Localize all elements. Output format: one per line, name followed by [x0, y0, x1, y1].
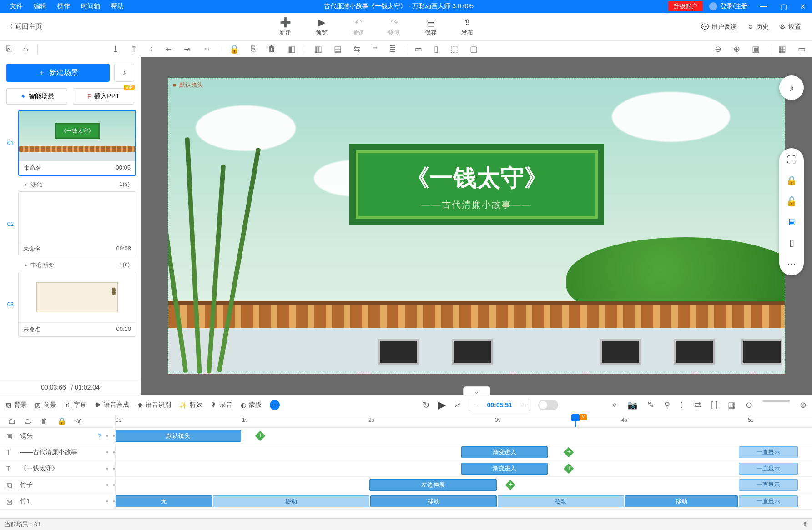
menu-file[interactable]: 文件: [5, 2, 28, 10]
track-add-icon[interactable]: •: [106, 465, 108, 472]
spacing-icon[interactable]: ⇆: [353, 44, 360, 54]
snap-switch[interactable]: [538, 400, 558, 410]
timeline-clip[interactable]: 默认镜头: [116, 430, 241, 442]
maximize-button[interactable]: ▢: [774, 2, 793, 11]
close-button[interactable]: ✕: [793, 2, 812, 11]
bring-front-icon[interactable]: ⬚: [450, 44, 458, 54]
timeline-clip[interactable]: 左边伸展: [369, 479, 497, 491]
home-icon[interactable]: ⌂: [23, 44, 28, 54]
eye-icon[interactable]: 👁: [76, 417, 83, 425]
align-left-icon[interactable]: ⇤: [165, 44, 172, 54]
track-add-icon[interactable]: •: [106, 481, 108, 489]
track-more-icon[interactable]: •: [113, 449, 115, 456]
login-button[interactable]: 登录/注册: [703, 2, 754, 10]
record-button[interactable]: 🎙 录音: [211, 401, 232, 409]
align-right-icon[interactable]: ⇥: [184, 44, 191, 54]
track-more-icon[interactable]: •: [113, 432, 115, 440]
timeline-clip[interactable]: 移动: [498, 495, 624, 507]
ruler-icon[interactable]: ▭: [798, 44, 806, 54]
help-icon[interactable]: ?: [98, 432, 101, 440]
track-lane[interactable]: 渐变进入一直显示: [116, 444, 812, 460]
lock-open-icon[interactable]: 🔓: [786, 196, 797, 207]
menu-timeline[interactable]: 时间轴: [76, 2, 106, 10]
folder-icon[interactable]: 🗀: [8, 417, 15, 425]
expand-icon[interactable]: ⤢: [454, 400, 461, 410]
feedback-button[interactable]: 💬用户反馈: [701, 23, 737, 31]
settings-button[interactable]: ⚙设置: [780, 23, 801, 31]
track-more-icon[interactable]: •: [113, 498, 115, 505]
keyframe-icon[interactable]: ⟐: [612, 400, 617, 410]
track-more-icon[interactable]: •: [113, 481, 115, 489]
equal-width-icon[interactable]: ≡: [372, 44, 377, 54]
timeline-clip[interactable]: 渐变进入: [461, 463, 548, 475]
time-plus[interactable]: +: [517, 401, 530, 408]
track-more-icon[interactable]: •: [113, 465, 115, 472]
redo-button[interactable]: ↷恢复: [376, 17, 413, 37]
keyframe-diamond[interactable]: [255, 431, 266, 441]
transition-row[interactable]: ▸淡化1(s): [3, 178, 136, 191]
stage[interactable]: ■默认镜头 《一钱太守》 ——古代清廉小故事——: [168, 78, 785, 375]
transition-row[interactable]: ▸中心渐变1(s): [3, 258, 136, 272]
zoom-in-icon[interactable]: ⊕: [800, 400, 807, 410]
new-button[interactable]: ➕新建: [267, 17, 303, 37]
time-input[interactable]: − 00:05.51 +: [469, 399, 530, 411]
track-add-icon[interactable]: •: [106, 498, 108, 505]
asr-button[interactable]: ◉ 语音识别: [137, 401, 171, 409]
group-icon[interactable]: ▭: [414, 44, 422, 54]
fg-button[interactable]: ▨ 前景: [35, 401, 56, 409]
distribute-h-icon[interactable]: ▥: [314, 44, 322, 54]
lock-icon[interactable]: 🔒: [57, 417, 66, 425]
timeline-clip[interactable]: 移动: [213, 495, 369, 507]
grid-icon[interactable]: ▦: [778, 44, 786, 54]
insert-ppt-button[interactable]: P插入PPTVIP: [73, 88, 135, 105]
undo-button[interactable]: ↶撤销: [340, 17, 376, 37]
save-button[interactable]: ▤保存: [413, 17, 449, 37]
scene-card[interactable]: 《一钱太守》 未命名00:05: [18, 110, 136, 176]
keyframe-diamond[interactable]: [564, 464, 574, 474]
preview-button[interactable]: ▶预览: [303, 17, 340, 37]
menu-help[interactable]: 帮助: [106, 2, 129, 10]
time-minus[interactable]: −: [469, 401, 482, 408]
smart-scene-button[interactable]: ✦智能场景: [6, 88, 68, 105]
track-add-icon[interactable]: •: [106, 449, 108, 456]
bg-button[interactable]: ▧ 背景: [5, 401, 27, 409]
upgrade-button[interactable]: 升级账户: [668, 1, 703, 11]
collapse-icon[interactable]: ⇳: [802, 521, 807, 528]
zoom-out-icon[interactable]: ⊖: [715, 44, 721, 54]
zoom-slider[interactable]: [762, 400, 790, 402]
timeline-ruler[interactable]: 🗀 🗁 🗑 🔒 👁 V 0s1s2s3s4s5s: [0, 415, 812, 428]
subtitle-button[interactable]: 🄰 字幕: [65, 401, 86, 409]
timeline-clip[interactable]: 一直显示: [739, 446, 798, 458]
canvas-area[interactable]: ■默认镜头 《一钱太守》 ——古代清廉小故事—— ♪ ⛶ 🔒 🔓: [141, 57, 812, 395]
timeline-clip[interactable]: 一直显示: [739, 479, 798, 491]
ungroup-icon[interactable]: ▯: [434, 44, 439, 54]
track-add-icon[interactable]: •: [106, 432, 108, 440]
timeline-clip[interactable]: 无: [116, 495, 212, 507]
align-top-icon[interactable]: ⤒: [131, 44, 137, 54]
lock-closed-icon[interactable]: 🔒: [786, 175, 797, 186]
add-folder-icon[interactable]: 🗁: [25, 417, 32, 425]
fx-button[interactable]: ✨ 特效: [179, 401, 202, 409]
new-scene-button[interactable]: ＋ 新建场景: [6, 64, 110, 82]
magnet-icon[interactable]: ⚲: [664, 400, 670, 410]
more-button[interactable]: ⋯: [270, 400, 280, 410]
history-button[interactable]: ↻历史: [748, 23, 769, 31]
track-lane[interactable]: 无移动移动移动移动一直显示: [116, 493, 812, 509]
publish-button[interactable]: ⇪发布: [449, 17, 485, 37]
timeline-clip[interactable]: 移动: [370, 495, 497, 507]
camera-icon[interactable]: 📷: [627, 400, 637, 410]
back-home-button[interactable]: 〈 返回主页: [0, 22, 51, 31]
more-icon[interactable]: ⋯: [787, 258, 796, 269]
tts-button[interactable]: 🗣 语音合成: [95, 401, 129, 409]
mobile-icon[interactable]: ▯: [789, 237, 794, 248]
equal-height-icon[interactable]: ≣: [389, 44, 396, 54]
copy-icon[interactable]: ⎘: [251, 44, 256, 54]
music-fab[interactable]: ♪: [779, 75, 804, 100]
track-lane[interactable]: 默认镜头: [116, 428, 812, 444]
align-vmid-icon[interactable]: ↕: [149, 44, 153, 54]
playhead[interactable]: [575, 415, 576, 427]
trash-icon[interactable]: 🗑: [268, 44, 276, 54]
menu-edit[interactable]: 编辑: [28, 2, 52, 10]
grid-icon[interactable]: ▦: [728, 400, 736, 410]
rewind-icon[interactable]: ↻: [422, 400, 430, 410]
